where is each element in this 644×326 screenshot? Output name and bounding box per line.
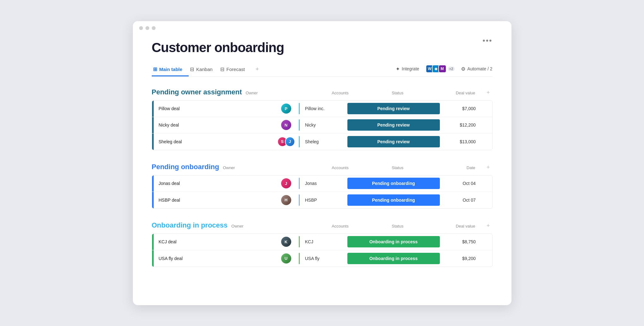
status-cell: Onboarding in process [344, 251, 443, 266]
add-tab-button[interactable]: + [251, 63, 263, 77]
status-cell: Pending review [344, 134, 443, 149]
tab-forecast[interactable]: ⊟ Forecast [219, 63, 251, 76]
table-row: Sheleg deal S J Sheleg Pending review [152, 133, 492, 150]
integrate-button[interactable]: ✦ Integrate [396, 66, 419, 72]
avatar: K [281, 237, 291, 247]
table-onboarding-process: KCJ deal K KCJ Onboarding in process $8,… [152, 234, 493, 267]
integrate-icon: ✦ [396, 66, 400, 72]
group-pending-owner: Pending owner assignment Owner Accounts … [152, 87, 493, 150]
owner-cell: J [274, 177, 299, 190]
status-cell: Pending review [344, 117, 443, 133]
page-title: Customer onboarding [152, 40, 493, 55]
table-row: Pillow deal P Pillow inc. Pending review… [152, 101, 492, 117]
value-cell: $8,750 [443, 236, 481, 247]
avatar: U [281, 253, 291, 264]
main-table-icon: ⊞ [153, 66, 157, 72]
row-name: USA fly deal [154, 253, 274, 264]
row-name: Pillow deal [154, 103, 274, 114]
tabs-bar: ⊞ Main table ⊟ Kanban ⊟ Forecast + ✦ Int… [152, 63, 493, 77]
group-subtitle-pending-owner: Owner [246, 91, 258, 95]
col-dealvalue-3: Deal value [442, 224, 480, 228]
owner-cell: S J [274, 135, 299, 148]
avatar: J [285, 137, 295, 147]
account-cell: Jonas [300, 178, 344, 189]
table-row: Jonas deal J Jonas Pending onboarding Oc… [152, 175, 492, 192]
value-cell: $13,000 [443, 136, 481, 147]
table-row: HSBP deal H HSBP Pending onboarding Oct … [152, 192, 492, 208]
row-name: KCJ deal [154, 236, 274, 247]
tab-kanban[interactable]: ⊟ Kanban [189, 63, 219, 76]
group-title-onboarding-process: Onboarding in process [152, 221, 228, 229]
account-cell: Sheleg [300, 136, 344, 147]
table-row: Nicky deal N Nicky Pending review $12,20… [152, 117, 492, 133]
tab-forecast-label: Forecast [227, 67, 245, 72]
account-cell: Nicky [300, 119, 344, 131]
status-badge: Pending review [347, 136, 440, 147]
status-badge: Onboarding in process [347, 236, 440, 247]
add-col-button-3[interactable]: + [484, 220, 493, 232]
owner-cell: P [274, 102, 299, 115]
dot-green [152, 26, 156, 30]
row-name: Sheleg deal [154, 136, 274, 147]
tab-kanban-label: Kanban [196, 67, 213, 72]
status-badge: Pending onboarding [347, 178, 440, 189]
group-title-pending-onboarding: Pending onboarding [152, 163, 219, 171]
table-row: USA fly deal U USA fly Onboarding in pro… [152, 250, 492, 267]
add-col-button-2[interactable]: + [484, 162, 493, 173]
col-status-1: Status [357, 91, 439, 95]
avatar: P [281, 104, 291, 114]
owner-cell: H [274, 194, 299, 206]
add-col-button-1[interactable]: + [484, 87, 493, 98]
value-cell: $12,200 [443, 119, 481, 131]
avatar-group: S J [277, 137, 295, 147]
status-cell: Pending onboarding [344, 176, 443, 191]
status-badge: Pending review [347, 103, 440, 114]
status-cell: Pending review [344, 101, 443, 116]
group-title-pending-owner: Pending owner assignment [152, 88, 242, 96]
avatar: H [281, 195, 291, 205]
value-cell: Oct 07 [443, 194, 481, 206]
value-cell: Oct 04 [443, 178, 481, 189]
col-date-2: Date [442, 165, 480, 170]
kanban-icon: ⊟ [190, 66, 194, 72]
row-name: HSBP deal [154, 194, 274, 206]
value-cell: $9,200 [443, 253, 481, 264]
automate-label: Automate / 2 [467, 66, 492, 71]
app-icon-3: M [438, 65, 446, 73]
status-badge: Onboarding in process [347, 253, 440, 264]
toolbar-right: ✦ Integrate W ◈ M +2 ⚙ Automate / 2 [396, 65, 492, 74]
col-accounts-3: Accounts [328, 224, 353, 228]
dot-yellow [145, 26, 149, 30]
group-pending-onboarding: Pending onboarding Owner Accounts Status… [152, 162, 493, 209]
group-header-pending-owner: Pending owner assignment Owner Accounts … [152, 87, 493, 98]
browser-chrome [133, 21, 511, 34]
owner-cell: N [274, 119, 299, 131]
apps-badge: +2 [448, 67, 455, 71]
account-cell: Pillow inc. [300, 103, 344, 114]
avatar: N [281, 120, 291, 130]
status-cell: Onboarding in process [344, 234, 443, 249]
col-status-3: Status [357, 224, 439, 228]
app-icons-group: W ◈ M +2 [426, 65, 455, 73]
group-header-pending-onboarding: Pending onboarding Owner Accounts Status… [152, 162, 493, 173]
group-subtitle-onboarding-process: Owner [231, 224, 243, 228]
status-badge: Pending onboarding [347, 194, 440, 206]
table-row: KCJ deal K KCJ Onboarding in process $8,… [152, 234, 492, 250]
table-pending-owner: Pillow deal P Pillow inc. Pending review… [152, 100, 493, 150]
col-status-2: Status [357, 165, 439, 170]
tab-main-table-label: Main table [159, 67, 182, 72]
forecast-icon: ⊟ [220, 66, 224, 72]
avatar: J [281, 178, 291, 188]
automate-icon: ⚙ [461, 66, 465, 72]
owner-cell: U [274, 252, 299, 265]
col-accounts-1: Accounts [328, 91, 353, 95]
col-accounts-2: Accounts [328, 165, 353, 170]
more-options-button[interactable]: ••• [482, 36, 492, 45]
col-dealvalue-1: Deal value [442, 91, 480, 95]
automate-button[interactable]: ⚙ Automate / 2 [461, 66, 492, 72]
browser-window: Customer onboarding ••• ⊞ Main table ⊟ K… [133, 21, 511, 305]
account-cell: KCJ [300, 236, 344, 247]
account-cell: USA fly [300, 253, 344, 264]
tab-main-table[interactable]: ⊞ Main table [152, 63, 189, 76]
status-badge: Pending review [347, 119, 440, 131]
